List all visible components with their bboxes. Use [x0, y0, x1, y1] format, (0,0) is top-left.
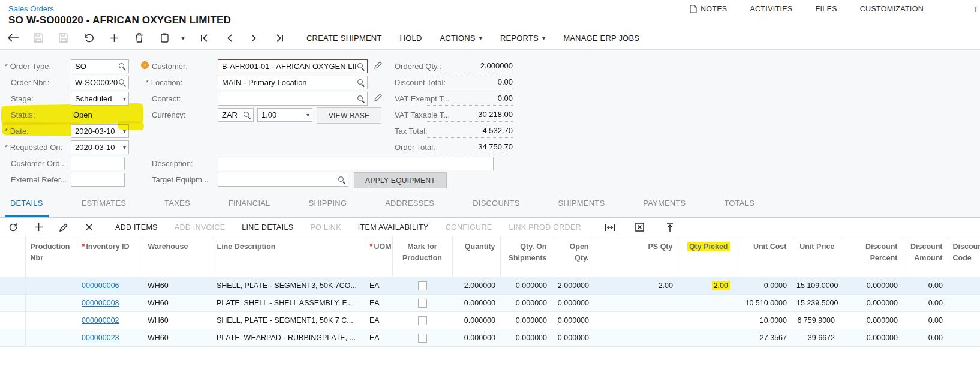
column-header-quantity[interactable]: Quantity: [452, 236, 500, 277]
order-type-field[interactable]: SO: [71, 59, 129, 73]
column-header-ps-qty[interactable]: PS Qty: [594, 236, 678, 277]
lookup-icon[interactable]: [357, 62, 365, 70]
lookup-icon[interactable]: [243, 111, 251, 119]
tab-discounts[interactable]: DISCOUNTS: [467, 191, 525, 217]
table-row[interactable]: 000000023WH60PLATE, WEARPAD - RUBBINGPLA…: [0, 329, 980, 347]
add-invoice-button[interactable]: ADD INVOICE: [175, 223, 226, 232]
reports-menu-button[interactable]: REPORTS: [500, 34, 545, 43]
edit-contact-icon[interactable]: [374, 93, 383, 103]
tab-shipments[interactable]: SHIPMENTS: [553, 191, 611, 217]
tab-shipping[interactable]: SHIPPING: [303, 191, 353, 217]
tab-details[interactable]: DETAILS: [5, 191, 49, 217]
currency-rate-field[interactable]: 1.00: [257, 108, 312, 122]
lookup-icon[interactable]: [357, 95, 365, 103]
target-equipment-field[interactable]: [218, 173, 348, 187]
order-nbr-field[interactable]: W-SO00020: [71, 76, 129, 89]
hold-button[interactable]: HOLD: [400, 34, 422, 43]
discount-total-value[interactable]: 0.00: [427, 77, 513, 89]
edit-customer-icon[interactable]: [374, 61, 383, 70]
save-icon[interactable]: [56, 30, 71, 46]
upload-icon[interactable]: [663, 220, 677, 235]
contact-field[interactable]: [218, 92, 368, 106]
add-new-icon[interactable]: [107, 30, 121, 46]
add-row-icon[interactable]: [31, 220, 46, 235]
mark-for-production-checkbox[interactable]: [418, 334, 427, 343]
line-details-button[interactable]: LINE DETAILS: [242, 223, 293, 232]
column-header-selector[interactable]: [0, 236, 25, 277]
actions-menu-button[interactable]: ACTIONS: [440, 34, 482, 43]
mark-for-production-checkbox[interactable]: [418, 316, 427, 325]
table-row[interactable]: 000000002WH60SHELL, PLATE - SEGMENT1, 50…: [0, 312, 980, 329]
last-record-icon[interactable]: [272, 30, 287, 46]
lookup-icon[interactable]: [357, 79, 365, 86]
column-header-qty-on-shipments[interactable]: Qty. On Shipments: [500, 236, 552, 277]
stage-select[interactable]: Scheduled: [71, 92, 129, 106]
clipboard-icon[interactable]: [157, 30, 172, 46]
mark-for-production-checkbox[interactable]: [418, 281, 427, 290]
external-ref-field[interactable]: [71, 173, 125, 187]
tab-totals[interactable]: TOTALS: [719, 191, 760, 217]
cancel-undo-icon[interactable]: [82, 30, 96, 46]
lookup-icon[interactable]: [118, 79, 126, 86]
table-row[interactable]: 000000006WH60SHELL, PLATE - SEGMENT3, 50…: [0, 277, 980, 295]
requested-on-field[interactable]: 2020-03-10: [71, 140, 129, 154]
back-icon[interactable]: [6, 30, 20, 46]
inventory-id-link[interactable]: 000000023: [82, 334, 119, 342]
lookup-icon[interactable]: [118, 62, 126, 70]
inventory-id-link[interactable]: 000000002: [82, 316, 119, 325]
column-header-warehouse[interactable]: Warehouse: [143, 236, 212, 277]
column-header-unit-price[interactable]: Unit Price: [792, 236, 840, 277]
description-field[interactable]: [218, 157, 494, 170]
location-field[interactable]: MAIN - Primary Location: [218, 76, 368, 89]
tab-payments[interactable]: PAYMENTS: [638, 191, 691, 217]
currency-code-field[interactable]: ZAR: [218, 108, 254, 122]
create-shipment-button[interactable]: CREATE SHIPMENT: [306, 34, 382, 43]
tab-addresses[interactable]: ADDRESSES: [380, 191, 440, 217]
column-header-inventory-id[interactable]: *Inventory ID: [77, 236, 143, 277]
edit-row-icon[interactable]: [56, 220, 71, 235]
column-header-unit-cost[interactable]: Unit Cost: [735, 236, 792, 277]
column-header-production-nbr[interactable]: Production Nbr: [25, 236, 77, 277]
notes-button[interactable]: NOTES: [690, 5, 728, 13]
manage-erp-jobs-button[interactable]: MANAGE ERP JOBS: [563, 34, 639, 43]
clipboard-caret-icon[interactable]: [174, 30, 188, 46]
previous-record-icon[interactable]: [222, 30, 236, 46]
po-link-button[interactable]: PO LINK: [310, 223, 341, 232]
export-excel-icon[interactable]: [633, 220, 647, 235]
mark-for-production-checkbox[interactable]: [418, 299, 427, 308]
column-header-qty-picked[interactable]: Qty Picked: [678, 236, 735, 277]
save-close-icon[interactable]: [31, 30, 46, 46]
link-prod-order-button[interactable]: LINK PROD ORDER: [509, 223, 581, 232]
activities-button[interactable]: ACTIVITIES: [750, 5, 792, 13]
column-header-discount-percent[interactable]: Discount Percent: [840, 236, 903, 277]
breadcrumb[interactable]: Sales Orders: [8, 4, 54, 13]
refresh-icon[interactable]: [6, 220, 20, 235]
files-button[interactable]: FILES: [816, 5, 837, 13]
add-items-button[interactable]: ADD ITEMS: [115, 223, 158, 232]
column-header-discount-amount[interactable]: Discount Amount: [903, 236, 948, 277]
tab-financial[interactable]: FINANCIAL: [223, 191, 276, 217]
inventory-id-link[interactable]: 000000008: [82, 299, 119, 307]
column-header-discount-code[interactable]: Discount Code: [948, 236, 980, 277]
column-header-line-description[interactable]: Line Description: [212, 236, 365, 277]
view-base-button[interactable]: VIEW BASE: [317, 107, 381, 124]
column-header-open-qty[interactable]: Open Qty.: [552, 236, 594, 277]
item-availability-button[interactable]: ITEM AVAILABILITY: [358, 223, 429, 232]
next-record-icon[interactable]: [247, 30, 261, 46]
apply-equipment-button[interactable]: APPLY EQUIPMENT: [354, 172, 447, 188]
tab-estimates[interactable]: ESTIMATES: [76, 191, 132, 217]
column-header-mark-for-production[interactable]: Mark for Production: [392, 236, 452, 277]
table-row[interactable]: 000000008WH60PLATE, SHELL - SHELL ASSEMB…: [0, 295, 980, 312]
customer-field[interactable]: B-AFR001-01 - AFRICAN OXYGEN LII: [218, 59, 368, 73]
delete-row-icon[interactable]: [82, 220, 96, 235]
inventory-id-link[interactable]: 000000006: [82, 281, 119, 290]
lookup-icon[interactable]: [338, 176, 345, 184]
fit-to-screen-icon[interactable]: [603, 220, 617, 235]
configure-button[interactable]: CONFIGURE: [446, 223, 492, 232]
delete-icon[interactable]: [132, 30, 146, 46]
first-record-icon[interactable]: [197, 30, 211, 46]
tools-button-partial[interactable]: T: [973, 5, 978, 14]
customization-button[interactable]: CUSTOMIZATION: [860, 5, 924, 13]
column-header-uom[interactable]: *UOM: [365, 236, 392, 277]
tab-taxes[interactable]: TAXES: [159, 191, 196, 217]
